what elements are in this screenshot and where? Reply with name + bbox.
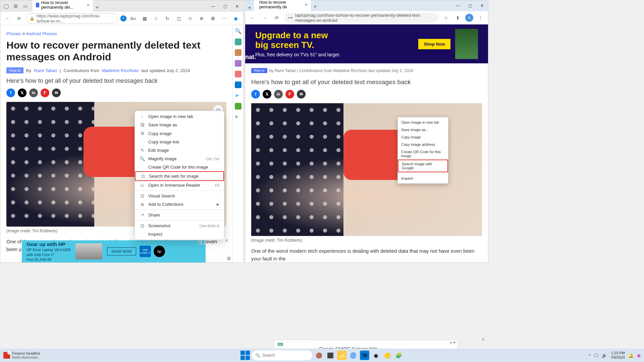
taskbar-search[interactable]: 🔍 Search [252, 350, 312, 360]
ctx-edit-image[interactable]: ✎Edit image [135, 146, 224, 155]
ctx-search-google[interactable]: Search image with Google [398, 160, 448, 172]
back-button[interactable]: ← [248, 13, 257, 22]
taskbar-app-3[interactable]: 🟡 [383, 351, 392, 360]
sync-icon[interactable]: ↻ [163, 14, 172, 23]
email-icon[interactable]: ✉ [52, 88, 61, 97]
split-icon[interactable]: ◫ [174, 14, 183, 23]
minimize-button[interactable]: — [207, 1, 219, 12]
close-ad-icon[interactable]: × [225, 238, 228, 244]
email-icon[interactable]: ✉ [297, 90, 306, 99]
taskbar-app-2[interactable]: ⬛ [326, 351, 335, 360]
sidebar-app-3-icon[interactable] [235, 60, 241, 67]
close-ad-icon[interactable]: × [482, 337, 485, 343]
ctx-search-web[interactable]: ⊡Search the web for image [135, 171, 224, 181]
contributor-link[interactable]: Madeline Ricchiuto [102, 68, 139, 73]
browser-tab[interactable]: How to recover permanently del... × [33, 0, 93, 12]
ctx-qr-code[interactable]: Create QR Code for this image [398, 148, 448, 160]
profile-icon[interactable]: ◯ [3, 3, 10, 9]
bookmark-icon[interactable]: ☆ [441, 13, 450, 22]
sidebar-app-2-icon[interactable] [235, 49, 241, 56]
edge-app-icon[interactable]: 🌀 [348, 351, 358, 360]
breadcrumb-phones[interactable]: Phones [6, 31, 21, 36]
address-bar[interactable]: ⊶ laptopmag.com/how-to/how-to-recover-pe… [284, 13, 438, 23]
shop-now-button[interactable]: Shop Now [418, 39, 450, 49]
profile-avatar[interactable]: S [465, 14, 473, 22]
tray-chevron-icon[interactable]: ^ [589, 353, 591, 358]
ctx-inspect[interactable]: Inspect [398, 175, 448, 182]
store-app-icon[interactable]: 🛍 [360, 351, 369, 360]
ctx-immersive[interactable]: ▭Open in Immersive ReaderF9 [135, 181, 224, 189]
start-button[interactable] [240, 351, 250, 360]
ctx-inspect[interactable]: Inspect [135, 230, 224, 238]
site-info-icon[interactable]: ⊶ [288, 15, 292, 20]
flipboard-icon[interactable]: F [41, 88, 49, 97]
x-icon[interactable]: 𝕏 [18, 88, 26, 97]
sidebar-app-4-icon[interactable] [235, 71, 241, 77]
download-icon[interactable]: ⬇ [453, 13, 463, 22]
sidebar-app-5-icon[interactable] [235, 103, 241, 110]
ctx-share[interactable]: ↗Share [135, 211, 224, 219]
forward-button[interactable]: → [260, 13, 269, 22]
volume-icon[interactable]: 🔊 [602, 353, 607, 358]
back-button[interactable]: ← [3, 14, 12, 23]
more-icon[interactable]: ⋮ [476, 13, 485, 22]
extensions-icon[interactable]: ✿ [208, 14, 218, 23]
linkedin-icon[interactable]: in [29, 88, 38, 97]
facebook-icon[interactable]: f [6, 88, 15, 97]
favorite-icon[interactable]: ☆ [151, 14, 161, 23]
maximize-button[interactable]: ▢ [464, 0, 476, 11]
search-icon[interactable]: 🔍 [235, 28, 241, 35]
maximize-button[interactable]: ▢ [219, 1, 231, 12]
shopping-badge[interactable]: 8 [120, 15, 126, 21]
facebook-icon[interactable]: f [251, 90, 260, 99]
ctx-copy-image[interactable]: Copy image [398, 133, 448, 141]
enhance-icon[interactable]: ▦ [140, 14, 149, 23]
ctx-qr-code[interactable]: Create QR Code for this image [135, 163, 224, 171]
news-widget[interactable]: Finance headline Biden Administr... [3, 351, 41, 359]
ctx-copy-link[interactable]: Copy image link [135, 138, 224, 146]
chrome-app-icon[interactable]: ◉ [371, 351, 381, 360]
close-window-button[interactable]: ✕ [231, 1, 243, 12]
ctx-copy-image[interactable]: ⧉Copy image [135, 129, 224, 138]
send-icon[interactable]: ➤ [235, 92, 241, 99]
ctx-copy-address[interactable]: Copy image address [398, 141, 448, 148]
file-explorer-icon[interactable]: 📁 [337, 351, 346, 360]
workspaces-icon[interactable]: ⊞ [12, 3, 19, 9]
taskbar-app-1[interactable]: 🟤 [314, 351, 324, 360]
x-icon[interactable]: 𝕏 [263, 90, 271, 99]
linkedin-icon[interactable]: in [274, 90, 283, 99]
close-window-button[interactable]: ✕ [476, 0, 488, 11]
refresh-button[interactable]: ⟳ [272, 13, 281, 22]
tab-actions-icon[interactable]: ▭ [22, 3, 29, 9]
copilot-tray-icon[interactable]: ◉ [637, 353, 641, 358]
close-tab-icon[interactable]: × [87, 2, 90, 8]
copilot-icon[interactable]: ◉ [231, 14, 240, 23]
ctx-magnify[interactable]: 🔍Magnify imageCtrl, Ctrl [135, 155, 224, 163]
close-tab-icon[interactable]: × [305, 2, 308, 7]
clock[interactable]: 1:23 PM 7/9/2024 [610, 351, 625, 360]
taskbar-app-4[interactable]: 🧩 [394, 351, 404, 360]
minimize-button[interactable]: — [452, 0, 464, 11]
more-icon[interactable]: ⋯ [220, 14, 229, 23]
bestbuy-ad-banner[interactable]: nat. Upgrade to a newbig screen TV. Plus… [245, 24, 488, 63]
ctx-open-new-tab[interactable]: Open image in new tab [398, 119, 448, 126]
ctx-screenshot[interactable]: ⊡ScreenshotCtrl+Shift+S [135, 222, 224, 230]
ctx-open-new-tab[interactable]: ▫Open image in new tab [135, 112, 224, 121]
settings-gear-icon[interactable]: ⚙ [227, 256, 231, 261]
ctx-save-image[interactable]: Save image as... [398, 126, 448, 133]
adchoices-icon[interactable]: ▷✕ [449, 341, 457, 344]
ctx-visual-search[interactable]: ⊡Visual Search [135, 192, 224, 200]
notifications-icon[interactable]: 🔔 [628, 353, 634, 358]
breadcrumb-android[interactable]: Android Phones [26, 31, 57, 36]
adchoices-icon[interactable]: ▷✕ [198, 241, 205, 244]
display-icon[interactable]: 🖵 [594, 353, 598, 358]
new-tab-button[interactable]: + [311, 2, 319, 11]
ctx-collections[interactable]: ⊕Add to Collections▶ [135, 200, 224, 208]
favorites-bar-icon[interactable]: ✩ [185, 14, 195, 23]
new-tab-button[interactable]: + [93, 3, 101, 12]
add-sidebar-icon[interactable]: + [235, 114, 241, 120]
outlook-icon[interactable] [235, 81, 241, 88]
read-aloud-icon[interactable]: A» [128, 14, 138, 23]
sidebar-app-1-icon[interactable] [235, 39, 241, 45]
shop-now-button[interactable]: SHOP NOW [107, 247, 136, 255]
